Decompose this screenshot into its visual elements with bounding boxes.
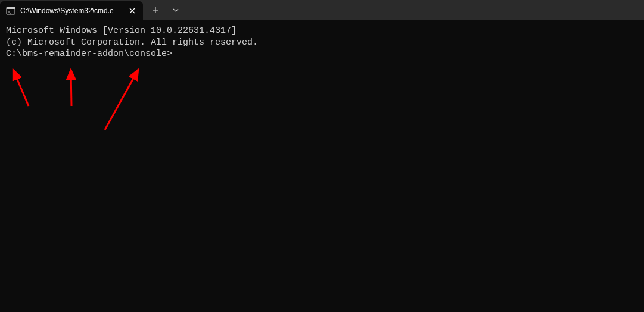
prompt-line: C:\bms-remainder-addon\console> [6,48,638,60]
tab-close-button[interactable] [126,5,138,17]
version-line: Microsoft Windows [Version 10.0.22631.43… [6,25,638,37]
close-icon [129,8,135,14]
annotation-arrow-1 [13,70,29,106]
annotation-arrow-2 [71,70,71,106]
copyright-line: (c) Microsoft Corporation. All rights re… [6,37,638,49]
prompt-text: C:\bms-remainder-addon\console> [6,48,172,60]
annotation-arrow-3 [105,70,138,130]
terminal-output[interactable]: Microsoft Windows [Version 10.0.22631.43… [0,20,644,65]
plus-icon [152,7,159,14]
tab-dropdown-button[interactable] [166,1,186,20]
titlebar: C:\Windows\System32\cmd.e [0,0,644,20]
new-tab-button[interactable] [145,1,166,20]
tab-title: C:\Windows\System32\cmd.e [20,7,122,15]
cursor [173,49,173,59]
chevron-down-icon [172,7,179,14]
terminal-tab[interactable]: C:\Windows\System32\cmd.e [0,1,143,20]
titlebar-controls [145,0,186,20]
svg-rect-1 [7,7,15,9]
cmd-prompt-icon [6,6,15,15]
